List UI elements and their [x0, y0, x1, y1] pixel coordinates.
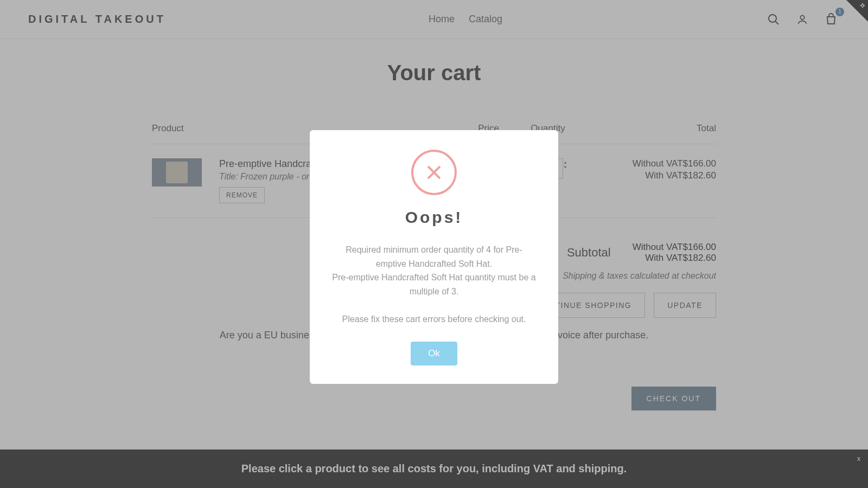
error-icon	[411, 150, 457, 195]
modal-body: Required minimum order quantity of 4 for…	[331, 243, 537, 326]
modal-line-3: Please fix these cart errors before chec…	[331, 312, 537, 326]
error-modal: Oops! Required minimum order quantity of…	[310, 130, 558, 384]
modal-ok-button[interactable]: Ok	[411, 342, 457, 365]
modal-overlay[interactable]: Oops! Required minimum order quantity of…	[0, 0, 868, 488]
modal-line-2: Pre-emptive Handcrafted Soft Hat quantit…	[331, 271, 537, 298]
modal-title: Oops!	[331, 208, 537, 227]
modal-line-1: Required minimum order quantity of 4 for…	[331, 243, 537, 271]
